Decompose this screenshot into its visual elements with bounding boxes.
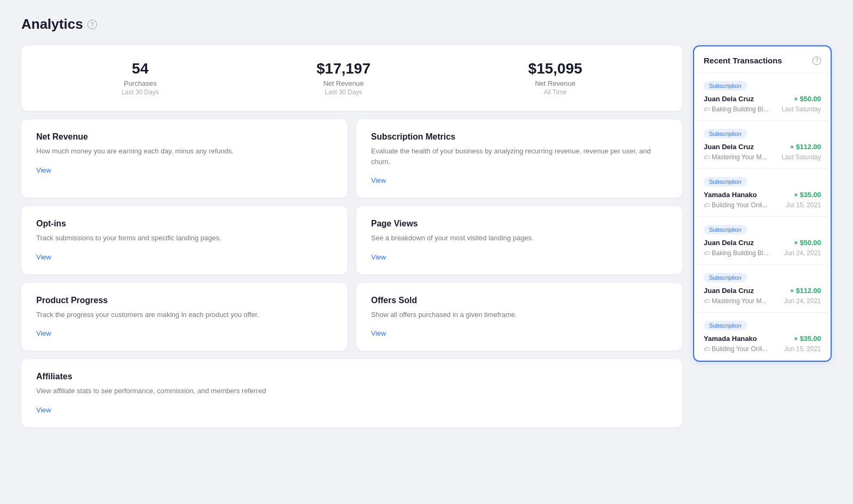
page-views-title: Page Views (371, 219, 667, 229)
transaction-meta: 🏷 Mastering Your M... Jun 24, 2021 (704, 297, 821, 305)
transaction-date: Jul 15, 2021 (786, 201, 821, 209)
transactions-list: Subscription Juan Dela Cruz + $50.00 🏷 B… (694, 73, 831, 361)
transaction-badge: Subscription (704, 177, 747, 186)
offers-sold-desc: Show all offers purchased in a given tim… (371, 310, 667, 320)
transaction-name: Juan Dela Cruz (704, 95, 754, 103)
recent-transactions-panel: Recent Transactions ? Subscription Juan … (693, 45, 832, 362)
transaction-item: Subscription Juan Dela Cruz + $112.00 🏷 … (696, 121, 828, 169)
panel-help-icon[interactable]: ? (812, 56, 821, 65)
tag-icon: 🏷 (704, 154, 710, 160)
transaction-item: Subscription Juan Dela Cruz + $112.00 🏷 … (696, 265, 828, 313)
transaction-name: Juan Dela Cruz (704, 143, 754, 151)
transaction-badge: Subscription (704, 81, 747, 91)
product-progress-view-link[interactable]: View (36, 329, 51, 337)
tag-icon: 🏷 (704, 106, 710, 112)
transaction-name: Yamada Hanako (704, 191, 757, 199)
tag-icon: 🏷 (704, 298, 710, 304)
transaction-amount: + $112.00 (790, 287, 821, 295)
transaction-main: Juan Dela Cruz + $50.00 (704, 239, 821, 247)
feature-card-offers-sold: Offers Sold Show all offers purchased in… (356, 283, 682, 351)
page-title: Analytics (21, 16, 83, 32)
transaction-name: Yamada Hanako (704, 335, 757, 343)
tag-icon: 🏷 (704, 346, 710, 352)
stat-purchases: 54 Purchases Last 30 Days (122, 60, 159, 96)
transaction-amount: + $50.00 (794, 239, 821, 247)
affiliates-view-link[interactable]: View (36, 406, 51, 414)
affiliates-desc: View affiliate stats to see performance,… (36, 386, 667, 396)
transaction-badge: Subscription (704, 129, 747, 139)
feature-card-affiliates: Affiliates View affiliate stats to see p… (21, 359, 682, 427)
feature-card-product-progress: Product Progress Track the progress your… (21, 283, 348, 351)
transaction-product: 🏷 Mastering Your M... (704, 153, 767, 161)
stat-net-revenue-all-sublabel: All Time (528, 88, 582, 96)
stat-net-revenue-30-value: $17,197 (317, 60, 371, 77)
page-views-view-link[interactable]: View (371, 253, 386, 261)
stat-net-revenue-30-sublabel: Last 30 Days (317, 88, 371, 96)
stat-purchases-sublabel: Last 30 Days (122, 88, 159, 96)
transaction-item: Subscription Juan Dela Cruz + $50.00 🏷 B… (696, 217, 828, 265)
opt-ins-title: Opt-ins (36, 219, 333, 229)
stat-net-revenue-all: $15,095 Net Revenue All Time (528, 60, 582, 96)
page-help-icon[interactable]: ? (87, 20, 97, 29)
main-layout: 54 Purchases Last 30 Days $17,197 Net Re… (21, 45, 832, 427)
panel-header: Recent Transactions ? (694, 46, 831, 73)
transaction-main: Yamada Hanako + $35.00 (704, 335, 821, 343)
page-views-desc: See a breakdown of your most visited lan… (371, 233, 667, 243)
feature-cards-grid: Net Revenue How much money you are earni… (21, 119, 682, 427)
tag-icon: 🏷 (704, 202, 710, 208)
transaction-amount: + $50.00 (794, 95, 821, 103)
transaction-product: 🏷 Building Your Onli... (704, 201, 768, 209)
stats-card: 54 Purchases Last 30 Days $17,197 Net Re… (21, 45, 682, 111)
net-revenue-view-link[interactable]: View (36, 166, 51, 174)
subscription-metrics-title: Subscription Metrics (371, 132, 667, 142)
transaction-name: Juan Dela Cruz (704, 287, 754, 295)
transaction-item: Subscription Yamada Hanako + $35.00 🏷 Bu… (696, 169, 828, 217)
transaction-date: Last Saturday (782, 153, 821, 161)
opt-ins-view-link[interactable]: View (36, 253, 51, 261)
feature-card-net-revenue: Net Revenue How much money you are earni… (21, 119, 348, 198)
transaction-amount: + $112.00 (790, 143, 821, 151)
transaction-product: 🏷 Baking Building Bl... (704, 249, 769, 257)
stat-net-revenue-30: $17,197 Net Revenue Last 30 Days (317, 60, 371, 96)
stat-purchases-label: Purchases (122, 79, 159, 87)
net-revenue-desc: How much money you are earning each day,… (36, 146, 333, 157)
opt-ins-desc: Track submissions to your forms and spec… (36, 233, 333, 243)
transaction-date: Jun 15, 2021 (784, 345, 821, 353)
stat-purchases-value: 54 (122, 60, 159, 77)
transaction-date: Jun 24, 2021 (784, 297, 821, 305)
stat-net-revenue-all-value: $15,095 (528, 60, 582, 77)
stat-net-revenue-30-label: Net Revenue (317, 79, 371, 87)
transaction-badge: Subscription (704, 321, 747, 330)
net-revenue-title: Net Revenue (36, 132, 333, 142)
transaction-product: 🏷 Baking Building Bl... (704, 105, 769, 113)
page-header: Analytics ? (21, 16, 832, 32)
transaction-main: Yamada Hanako + $35.00 (704, 191, 821, 199)
transaction-meta: 🏷 Baking Building Bl... Jun 24, 2021 (704, 249, 821, 257)
transaction-badge: Subscription (704, 225, 747, 234)
transaction-date: Last Saturday (782, 105, 821, 113)
tag-icon: 🏷 (704, 250, 710, 256)
transaction-amount: + $35.00 (794, 335, 821, 343)
transaction-product: 🏷 Building Your Onli... (704, 345, 768, 353)
transaction-item: Subscription Yamada Hanako + $35.00 🏷 Bu… (696, 313, 828, 361)
transaction-main: Juan Dela Cruz + $112.00 (704, 143, 821, 151)
transaction-main: Juan Dela Cruz + $112.00 (704, 287, 821, 295)
feature-card-opt-ins: Opt-ins Track submissions to your forms … (21, 206, 348, 274)
stat-net-revenue-all-label: Net Revenue (528, 79, 582, 87)
product-progress-desc: Track the progress your customers are ma… (36, 310, 333, 320)
panel-title: Recent Transactions (704, 56, 782, 65)
left-content: 54 Purchases Last 30 Days $17,197 Net Re… (21, 45, 682, 427)
offers-sold-view-link[interactable]: View (371, 329, 386, 337)
transaction-meta: 🏷 Building Your Onli... Jun 15, 2021 (704, 345, 821, 353)
subscription-metrics-desc: Evaluate the health of your business by … (371, 146, 667, 167)
transaction-main: Juan Dela Cruz + $50.00 (704, 95, 821, 103)
transaction-amount: + $35.00 (794, 191, 821, 199)
transaction-meta: 🏷 Building Your Onli... Jul 15, 2021 (704, 201, 821, 209)
offers-sold-title: Offers Sold (371, 296, 667, 305)
transaction-item: Subscription Juan Dela Cruz + $50.00 🏷 B… (696, 73, 828, 121)
transaction-product: 🏷 Mastering Your M... (704, 297, 767, 305)
feature-card-page-views: Page Views See a breakdown of your most … (356, 206, 682, 274)
feature-card-subscription-metrics: Subscription Metrics Evaluate the health… (356, 119, 682, 198)
transaction-meta: 🏷 Baking Building Bl... Last Saturday (704, 105, 821, 113)
subscription-metrics-view-link[interactable]: View (371, 176, 386, 184)
